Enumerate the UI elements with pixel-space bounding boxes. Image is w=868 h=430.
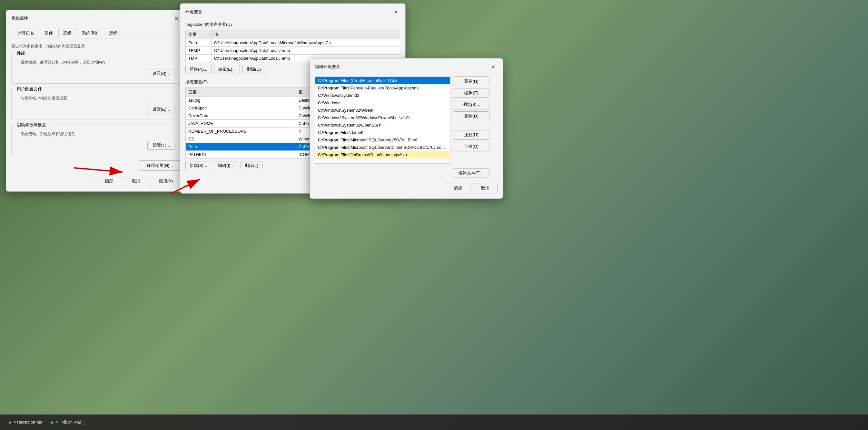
sys-props-close-button[interactable]: ✕ (172, 14, 181, 23)
sys-var-name: JAVA_HOME (186, 120, 296, 127)
user-new-button[interactable]: 新建(N)... (185, 65, 212, 74)
user-profile-section: 用户配置文件 与登录帐户相关的桌面设置 设置(E)... (11, 89, 181, 119)
sys-delete-button[interactable]: 删除(L) (241, 161, 262, 170)
user-profile-title: 用户配置文件 (16, 86, 43, 92)
path-move-up-button[interactable]: 上移(U) (453, 130, 490, 140)
user-edit-button[interactable]: 编辑(E)... (214, 65, 240, 74)
user-var-value: C:\Users\nagocoler\AppData\Local\Temp (211, 47, 400, 55)
user-var-name: Path (186, 39, 212, 47)
path-new-button[interactable]: 新建(N) (453, 77, 490, 86)
performance-desc: 视觉效果，处理器计划，内存使用，以及虚拟内存 (17, 60, 176, 65)
startup-section: 启动和故障恢复 系统启动、系统故障和调试信息 设置(T)... (11, 124, 181, 155)
edit-env-bottom-buttons: 确定 取消 (315, 180, 498, 193)
edit-env-title: 编辑环境变量 (315, 64, 340, 70)
sys-props-titlebar: 系统属性 ✕ (6, 10, 186, 26)
path-item[interactable]: C:\Windows\System32\Wbem (315, 107, 450, 114)
tab-hardware[interactable]: 硬件 (40, 28, 58, 38)
startup-title: 启动和故障恢复 (16, 122, 48, 128)
path-item[interactable]: C:\Program Files\dotnet\ (315, 129, 450, 136)
sys-props-apply-button[interactable]: 应用(A) (151, 176, 181, 186)
user-vars-col-value: 值 (211, 30, 400, 39)
path-item[interactable]: C:\Program Files\Parallels\Parallels Too… (315, 84, 450, 92)
edit-env-cancel-button[interactable]: 取消 (473, 183, 498, 193)
path-item[interactable]: C:\Program Files\Microsoft SQL Server\15… (315, 136, 450, 144)
user-profile-settings-button[interactable]: 设置(E)... (147, 105, 176, 114)
taskbar-item-record[interactable]: ▶ > Record on 'Ma (5, 419, 46, 426)
admin-note: 要进行大多数更改，你必须作为管理员登录。 (11, 44, 181, 49)
taskbar: ▶ > Record on 'Ma ▶ > 下载 on 'Mac' ( (0, 414, 868, 430)
spacer2 (453, 153, 490, 166)
user-var-name: TEMP (186, 47, 212, 55)
taskbar-download-label: > 下载 on 'Mac' ( (56, 420, 85, 425)
system-properties-dialog: 系统属性 ✕ 计算机名 硬件 高级 系统保护 远程 要进行大多数更改，你必须作为… (6, 10, 186, 192)
user-var-name: TMP (186, 55, 212, 62)
user-var-value: C:\Users\nagocoler\AppData\Local\Microso… (211, 39, 400, 47)
sys-edit-button[interactable]: 编辑(I)... (214, 161, 238, 170)
startup-desc: 系统启动、系统故障和调试信息 (17, 132, 176, 137)
startup-settings-button[interactable]: 设置(T)... (147, 141, 176, 150)
user-var-row[interactable]: PathC:\Users\nagocoler\AppData\Local\Mic… (186, 39, 400, 47)
env-vars-close-button[interactable]: ✕ (391, 7, 400, 17)
performance-settings-button[interactable]: 设置(S)... (147, 69, 176, 78)
path-delete-button[interactable]: 删除(D) (453, 111, 490, 121)
path-browse-button[interactable]: 浏览(B)... (453, 100, 490, 109)
edit-env-ok-button[interactable]: 确定 (446, 183, 470, 193)
sys-props-tab-bar: 计算机名 硬件 高级 系统保护 远程 (11, 28, 181, 38)
sys-props-bottom-buttons: 确定 取消 应用(A) (11, 173, 181, 186)
sys-props-title: 系统属性 (11, 16, 28, 21)
sys-var-name: asl.log (186, 96, 296, 104)
sys-var-name: NUMBER_OF_PROCESSORS (186, 127, 296, 135)
user-var-row[interactable]: TEMPC:\Users\nagocoler\AppData\Local\Tem… (186, 47, 400, 55)
edit-env-side-buttons: 新建(N) 编辑(E) 浏览(B)... 删除(D) 上移(U) 下移(O) 编… (453, 77, 490, 178)
tab-computer-name[interactable]: 计算机名 (12, 28, 39, 38)
taskbar-record-icon: ▶ (9, 420, 12, 425)
sys-props-ok-button[interactable]: 确定 (97, 176, 121, 186)
path-item[interactable]: C:\Windows\System32\OpenSSH\ (315, 121, 450, 129)
path-list[interactable]: C:\Program Files (Arm)\Microsoft\jdk-17\… (315, 77, 451, 164)
path-move-down-button[interactable]: 下移(O) (453, 142, 490, 151)
user-profile-desc: 与登录帐户相关的桌面设置 (17, 95, 176, 101)
env-vars-titlebar: 环境变量 ✕ (180, 4, 405, 19)
taskbar-items: ▶ > Record on 'Ma ▶ > 下载 on 'Mac' ( (3, 419, 89, 426)
edit-env-main: C:\Program Files (Arm)\Microsoft\jdk-17\… (315, 77, 498, 178)
edit-env-content: C:\Program Files (Arm)\Microsoft\jdk-17\… (310, 74, 503, 199)
path-edit-text-button[interactable]: 编辑文本(T)... (453, 168, 490, 178)
edit-env-titlebar: 编辑环境变量 ✕ (310, 58, 503, 74)
user-delete-button[interactable]: 删除(D) (243, 65, 265, 74)
user-vars-col-name: 变量 (186, 30, 212, 39)
path-item[interactable]: C:\Program Files (Arm)\Microsoft\jdk-17\… (315, 77, 450, 84)
taskbar-item-download[interactable]: ▶ > 下载 on 'Mac' ( (48, 419, 89, 426)
sys-var-name: Path (186, 143, 296, 151)
path-item[interactable]: C:\Program Files\Microsoft SQL Server\Cl… (315, 144, 450, 151)
sys-var-name: OS (186, 135, 296, 143)
desktop: 系统属性 ✕ 计算机名 硬件 高级 系统保护 远程 要进行大多数更改，你必须作为… (0, 0, 868, 430)
performance-section: 性能 视觉效果，处理器计划，内存使用，以及虚拟内存 设置(S)... (11, 53, 181, 84)
user-vars-title: nagocoler 的用户变量(U) (185, 22, 400, 27)
sys-var-name: PATHEXT (186, 151, 296, 159)
tab-remote[interactable]: 远程 (104, 28, 122, 38)
env-vars-title: 环境变量 (185, 9, 202, 15)
tab-system-protection[interactable]: 系统保护 (77, 28, 103, 38)
path-item[interactable]: C:\Windows\system32 (315, 92, 450, 99)
spacer (453, 123, 490, 128)
env-vars-button[interactable]: 环境变量(N)... (138, 161, 181, 171)
sys-props-content: 计算机名 硬件 高级 系统保护 远程 要进行大多数更改，你必须作为管理员登录。 … (6, 26, 186, 192)
user-vars-table: 变量 值 PathC:\Users\nagocoler\AppData\Loca… (185, 30, 400, 62)
path-edit-button[interactable]: 编辑(E) (453, 88, 490, 98)
sys-var-name: DriverData (186, 112, 296, 120)
sys-vars-col-name: 变量 (186, 88, 296, 96)
sys-new-button[interactable]: 新建(S)... (185, 161, 211, 170)
edit-env-dialog: 编辑环境变量 ✕ C:\Program Files (Arm)\Microsof… (310, 58, 503, 199)
sys-props-cancel-button[interactable]: 取消 (124, 176, 148, 186)
tab-advanced[interactable]: 高级 (58, 28, 76, 38)
sys-var-name: ComSpec (186, 104, 296, 112)
path-item[interactable]: C:\Program Files\JetBrains\CLion\bin\min… (315, 151, 450, 159)
path-item[interactable]: C:\Windows\System32\WindowsPowerShell\v1… (315, 114, 450, 121)
path-item[interactable]: C:\Windows (315, 99, 450, 107)
taskbar-record-label: > Record on 'Ma (14, 420, 42, 425)
edit-env-close-button[interactable]: ✕ (489, 62, 498, 71)
performance-title: 性能 (16, 50, 26, 56)
taskbar-download-icon: ▶ (51, 420, 54, 425)
